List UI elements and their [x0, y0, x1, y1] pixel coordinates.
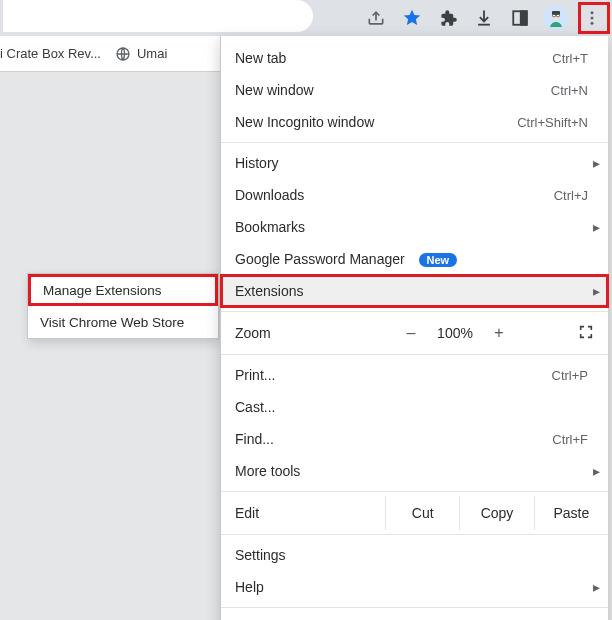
menu-item-label: New window [235, 82, 551, 98]
edit-cut-button[interactable]: Cut [385, 496, 459, 530]
extensions-submenu: Manage Extensions Visit Chrome Web Store [27, 273, 219, 339]
page-content [0, 72, 220, 620]
chevron-right-icon: ▸ [593, 463, 600, 479]
menu-item-more-tools[interactable]: More tools ▸ [221, 455, 608, 487]
edit-paste-button[interactable]: Paste [534, 496, 608, 530]
menu-item-text: Google Password Manager [235, 251, 405, 267]
menu-item-print[interactable]: Print... Ctrl+P [221, 359, 608, 391]
avatar-icon[interactable] [544, 6, 568, 30]
menu-item-label: History [235, 155, 594, 171]
chevron-right-icon: ▸ [593, 155, 600, 171]
bookmark-item[interactable]: Umai [115, 46, 167, 62]
browser-toolbar [0, 0, 612, 36]
omnibox[interactable] [3, 0, 313, 32]
svg-rect-5 [553, 15, 556, 17]
menu-item-exit[interactable]: Exit [221, 612, 608, 620]
svg-rect-6 [557, 15, 560, 17]
menu-item-shortcut: Ctrl+Shift+N [517, 115, 588, 130]
bookmark-star-icon[interactable] [400, 6, 424, 30]
toolbar-actions [364, 0, 606, 36]
submenu-item-chrome-web-store[interactable]: Visit Chrome Web Store [28, 306, 218, 338]
menu-item-label: Settings [235, 547, 594, 563]
zoom-out-button[interactable]: – [393, 324, 429, 342]
menu-item-shortcut: Ctrl+N [551, 83, 588, 98]
bookmark-item-label: Umai [137, 46, 167, 61]
menu-item-label: New Incognito window [235, 114, 517, 130]
menu-item-extensions[interactable]: Extensions ▸ [221, 275, 608, 307]
menu-item-label: Extensions [235, 283, 594, 299]
menu-item-shortcut: Ctrl+F [552, 432, 588, 447]
menu-item-shortcut: Ctrl+P [552, 368, 588, 383]
menu-item-new-tab[interactable]: New tab Ctrl+T [221, 42, 608, 74]
zoom-percent: 100% [429, 325, 481, 341]
menu-separator [221, 491, 608, 492]
globe-icon [115, 46, 131, 62]
svg-rect-1 [521, 11, 527, 25]
menu-item-bookmarks[interactable]: Bookmarks ▸ [221, 211, 608, 243]
menu-item-help[interactable]: Help ▸ [221, 571, 608, 603]
zoom-label: Zoom [235, 325, 393, 341]
menu-item-label: Google Password Manager New [235, 251, 594, 267]
menu-item-history[interactable]: History ▸ [221, 147, 608, 179]
fullscreen-icon[interactable] [578, 324, 594, 343]
menu-item-new-window[interactable]: New window Ctrl+N [221, 74, 608, 106]
menu-separator [221, 311, 608, 312]
menu-item-cast[interactable]: Cast... [221, 391, 608, 423]
menu-item-label: Bookmarks [235, 219, 594, 235]
bookmark-item[interactable]: mai Crate Box Rev... [0, 46, 101, 61]
menu-item-label: Print... [235, 367, 552, 383]
menu-separator [221, 354, 608, 355]
menu-item-label: Find... [235, 431, 552, 447]
edit-label: Edit [235, 505, 385, 521]
submenu-item-manage-extensions[interactable]: Manage Extensions [28, 274, 218, 306]
chevron-right-icon: ▸ [593, 219, 600, 235]
menu-item-password-manager[interactable]: Google Password Manager New [221, 243, 608, 275]
menu-item-shortcut: Ctrl+J [554, 188, 588, 203]
menu-item-find[interactable]: Find... Ctrl+F [221, 423, 608, 455]
menu-item-shortcut: Ctrl+T [552, 51, 588, 66]
highlight-kebab [578, 2, 610, 34]
edit-copy-button[interactable]: Copy [459, 496, 533, 530]
share-icon[interactable] [364, 6, 388, 30]
menu-item-new-incognito[interactable]: New Incognito window Ctrl+Shift+N [221, 106, 608, 138]
chrome-main-menu: New tab Ctrl+T New window Ctrl+N New Inc… [220, 36, 608, 620]
side-panel-icon[interactable] [508, 6, 532, 30]
menu-separator [221, 607, 608, 608]
menu-item-label: More tools [235, 463, 594, 479]
chevron-right-icon: ▸ [593, 579, 600, 595]
menu-item-label: Help [235, 579, 594, 595]
submenu-item-label: Manage Extensions [43, 283, 162, 298]
menu-item-edit: Edit Cut Copy Paste [221, 496, 608, 530]
menu-item-label: Downloads [235, 187, 554, 203]
menu-separator [221, 534, 608, 535]
menu-item-label: New tab [235, 50, 552, 66]
download-icon[interactable] [472, 6, 496, 30]
zoom-in-button[interactable]: + [481, 324, 517, 342]
menu-item-settings[interactable]: Settings [221, 539, 608, 571]
menu-separator [221, 142, 608, 143]
bookmarks-bar: mai Crate Box Rev... Umai [0, 36, 220, 72]
menu-item-label: Cast... [235, 399, 594, 415]
bookmark-item-label: mai Crate Box Rev... [0, 46, 101, 61]
menu-item-zoom: Zoom – 100% + [221, 316, 608, 350]
menu-item-downloads[interactable]: Downloads Ctrl+J [221, 179, 608, 211]
extensions-puzzle-icon[interactable] [436, 6, 460, 30]
submenu-item-label: Visit Chrome Web Store [40, 315, 184, 330]
chevron-right-icon: ▸ [593, 283, 600, 299]
new-badge: New [419, 253, 458, 267]
